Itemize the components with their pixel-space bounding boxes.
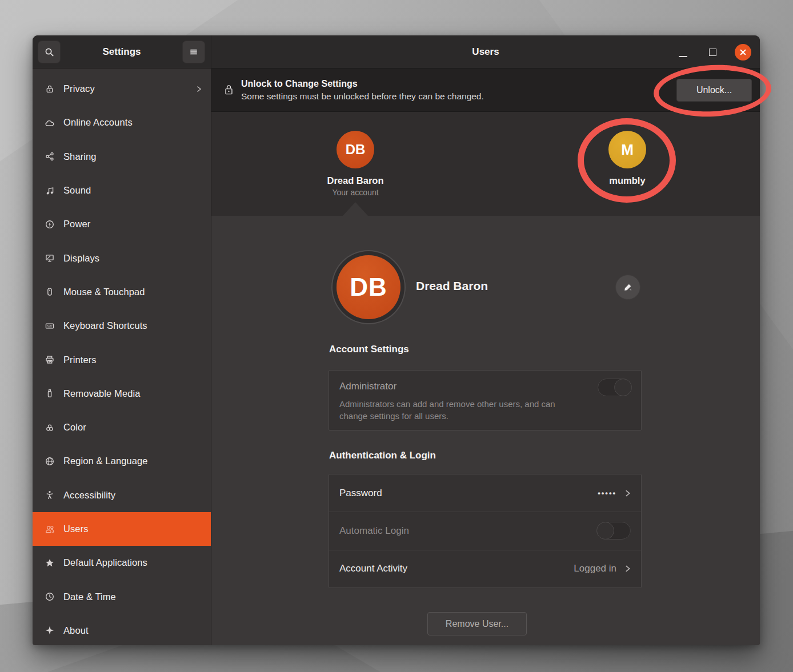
administrator-label: Administrator xyxy=(339,381,631,392)
accessibility-icon xyxy=(45,490,55,500)
administrator-description: Administrators can add and remove other … xyxy=(339,398,579,422)
sidebar-item-power[interactable]: Power xyxy=(33,207,211,241)
edit-name-button[interactable] xyxy=(615,275,640,300)
unlock-subtitle: Some settings must be unlocked before th… xyxy=(241,90,484,103)
sidebar-item-default-applications[interactable]: Default Applications xyxy=(33,546,211,580)
toggle-knob xyxy=(614,379,632,396)
sidebar-item-users[interactable]: Users xyxy=(33,512,211,546)
unlock-banner: Unlock to Change Settings Some settings … xyxy=(211,69,760,112)
avatar-mumbly: M xyxy=(608,131,646,168)
clock-icon xyxy=(45,591,55,602)
auth-login-card: Password ••••• Automatic Login Account A… xyxy=(329,474,642,588)
keyboard-icon xyxy=(45,321,55,331)
menu-button[interactable] xyxy=(182,41,205,63)
sidebar-item-accessibility[interactable]: Accessibility xyxy=(33,478,211,512)
hamburger-menu-icon xyxy=(189,47,199,57)
search-button[interactable] xyxy=(38,41,61,63)
automatic-login-row: Automatic Login xyxy=(329,512,641,549)
page-title: Users xyxy=(472,46,499,58)
sidebar-item-online-accounts[interactable]: Online Accounts xyxy=(33,106,211,139)
printer-icon xyxy=(45,355,55,365)
sidebar-item-color[interactable]: Color xyxy=(33,411,211,444)
sidebar-item-label: Users xyxy=(63,524,89,534)
administrator-card: Administrator Administrators can add and… xyxy=(329,370,642,430)
pencil-icon xyxy=(623,282,633,292)
sidebar-header: Settings xyxy=(33,35,211,69)
sidebar-item-label: Privacy xyxy=(63,83,95,94)
sparkle-icon xyxy=(45,625,55,635)
password-label: Password xyxy=(339,488,382,499)
user-card-mumbly[interactable]: M mumbly xyxy=(582,131,673,186)
sidebar-item-sound[interactable]: Sound xyxy=(33,174,211,207)
sidebar-item-label: About xyxy=(63,625,89,636)
sidebar-item-label: Power xyxy=(63,219,90,230)
sidebar-item-about[interactable]: About xyxy=(33,614,211,645)
mouse-icon xyxy=(45,287,55,297)
sidebar-item-label: Displays xyxy=(63,253,99,264)
sidebar-item-mouse-touchpad[interactable]: Mouse & Touchpad xyxy=(33,275,211,309)
avatar-dread-baron: DB xyxy=(337,131,374,168)
sidebar-item-removable-media[interactable]: Removable Media xyxy=(33,377,211,411)
sidebar-item-date-time[interactable]: Date & Time xyxy=(33,580,211,613)
chevron-right-icon xyxy=(624,488,631,498)
password-dots: ••••• xyxy=(598,489,616,497)
sidebar-item-label: Default Applications xyxy=(63,557,147,568)
settings-window: Settings Privacy Online Accounts Sharing xyxy=(33,35,760,645)
sidebar-item-label: Printers xyxy=(63,355,97,365)
search-icon xyxy=(44,47,55,58)
sidebar-item-label: Sharing xyxy=(63,151,97,162)
globe-icon xyxy=(45,456,55,466)
sidebar: Settings Privacy Online Accounts Sharing xyxy=(33,35,211,645)
unlock-text: Unlock to Change Settings Some settings … xyxy=(241,77,484,103)
administrator-toggle[interactable] xyxy=(598,379,632,396)
user-selector-strip: DB Dread Baron Your account M mumbly xyxy=(211,112,760,216)
music-note-icon xyxy=(45,186,55,196)
section-heading-auth-login: Authentication & Login xyxy=(329,450,436,461)
main-area: Users Unlock to Change Settings Some set… xyxy=(211,35,760,645)
sidebar-list: Privacy Online Accounts Sharing Sound Po… xyxy=(33,69,211,645)
section-heading-account-settings: Account Settings xyxy=(329,344,409,355)
lock-icon xyxy=(45,84,55,94)
sidebar-item-label: Sound xyxy=(63,185,91,196)
automatic-login-toggle[interactable] xyxy=(596,522,631,540)
remove-user-button[interactable]: Remove User... xyxy=(427,612,527,635)
cloud-icon xyxy=(45,118,55,128)
chevron-right-icon xyxy=(624,564,631,574)
padlock-icon xyxy=(224,84,234,96)
unlock-button[interactable]: Unlock... xyxy=(676,79,752,102)
share-icon xyxy=(45,151,55,162)
sidebar-item-privacy[interactable]: Privacy xyxy=(33,72,211,106)
close-button[interactable] xyxy=(735,44,751,61)
sidebar-item-region-language[interactable]: Region & Language xyxy=(33,444,211,478)
unlock-title: Unlock to Change Settings xyxy=(241,77,484,90)
sidebar-item-displays[interactable]: Displays xyxy=(33,241,211,275)
star-icon xyxy=(45,558,55,568)
display-icon xyxy=(45,253,55,263)
sidebar-item-keyboard-shortcuts[interactable]: Keyboard Shortcuts xyxy=(33,309,211,343)
maximize-button[interactable] xyxy=(709,49,716,56)
toggle-knob xyxy=(596,522,614,540)
user-name: Dread Baron xyxy=(310,175,401,186)
app-title: Settings xyxy=(102,46,141,58)
account-activity-value: Logged in xyxy=(574,563,616,574)
sidebar-item-label: Mouse & Touchpad xyxy=(63,287,145,297)
user-details-panel: DB Dread Baron Account Settings Administ… xyxy=(211,216,760,645)
sidebar-item-label: Accessibility xyxy=(63,490,115,501)
sidebar-item-printers[interactable]: Printers xyxy=(33,343,211,376)
profile-name: Dread Baron xyxy=(416,279,488,293)
users-icon xyxy=(45,524,55,534)
sidebar-item-label: Date & Time xyxy=(63,591,116,602)
profile-avatar[interactable]: DB xyxy=(337,255,400,319)
minimize-button[interactable] xyxy=(679,56,687,57)
chevron-right-icon xyxy=(196,84,202,94)
sidebar-item-sharing[interactable]: Sharing xyxy=(33,140,211,174)
account-activity-row[interactable]: Account Activity Logged in xyxy=(329,550,641,588)
color-circles-icon xyxy=(45,422,55,433)
password-row[interactable]: Password ••••• xyxy=(329,474,641,512)
main-header: Users xyxy=(211,35,760,69)
user-card-dread-baron[interactable]: DB Dread Baron Your account xyxy=(310,131,401,197)
selected-user-caret xyxy=(343,202,368,216)
account-activity-label: Account Activity xyxy=(339,563,407,574)
automatic-login-label: Automatic Login xyxy=(339,525,409,537)
sidebar-item-label: Color xyxy=(63,422,86,433)
